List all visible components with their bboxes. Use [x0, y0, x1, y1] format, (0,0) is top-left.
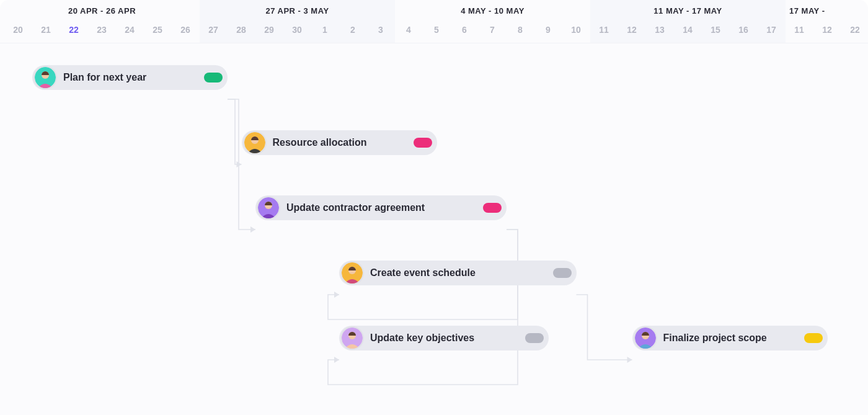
avatar: [258, 197, 279, 218]
svg-marker-3: [334, 357, 339, 363]
task-label: Finalize project scope: [663, 332, 767, 344]
status-pill: [483, 203, 502, 213]
avatar: [244, 132, 265, 153]
week-range-label: 4 MAY - 10 MAY: [395, 6, 590, 16]
days-row: 27282930123: [200, 25, 395, 40]
calendar-day[interactable]: 29: [255, 25, 283, 35]
avatar: [342, 328, 363, 349]
calendar-day[interactable]: 23: [88, 25, 115, 35]
task-update-key-objectives[interactable]: Update key objectives: [339, 326, 549, 350]
task-resource-allocation[interactable]: Resource allocation: [242, 130, 437, 155]
week-group: 17 MAY -11122223: [786, 0, 868, 43]
days-row: 11122223: [786, 25, 868, 40]
calendar-day[interactable]: 25: [144, 25, 171, 35]
calendar-day[interactable]: 11: [590, 25, 618, 35]
gantt-timeline: 20 APR - 26 APR2021222324252627 APR - 3 …: [0, 0, 868, 415]
status-pill: [414, 138, 432, 148]
calendar-day[interactable]: 10: [562, 25, 590, 35]
calendar-day[interactable]: 20: [4, 25, 32, 35]
task-label: Update contractor agreement: [286, 202, 425, 213]
week-range-label: 27 APR - 3 MAY: [200, 6, 395, 16]
calendar-day[interactable]: 12: [618, 25, 645, 35]
task-create-event-schedule[interactable]: Create event schedule: [339, 261, 577, 285]
calendar-day[interactable]: 5: [423, 25, 450, 35]
status-pill: [804, 333, 823, 343]
task-label: Plan for next year: [63, 72, 146, 83]
avatar: [342, 262, 363, 283]
calendar-day[interactable]: 1: [311, 25, 339, 35]
calendar-day[interactable]: 8: [507, 25, 534, 35]
calendar-day[interactable]: 2: [339, 25, 366, 35]
calendar-day[interactable]: 24: [116, 25, 143, 35]
calendar-day[interactable]: 26: [172, 25, 199, 35]
task-label: Resource allocation: [273, 137, 367, 148]
svg-marker-4: [627, 357, 632, 363]
calendar-day[interactable]: 6: [451, 25, 478, 35]
calendar-day[interactable]: 3: [367, 25, 394, 35]
week-group: 4 MAY - 10 MAY45678910: [395, 0, 590, 43]
calendar-day[interactable]: 27: [200, 25, 227, 35]
week-range-label: 20 APR - 26 APR: [4, 6, 200, 16]
calendar-day[interactable]: 16: [730, 25, 757, 35]
days-row: 20212223242526: [4, 25, 200, 40]
week-group: 11 MAY - 17 MAY11121314151617: [590, 0, 786, 43]
svg-marker-0: [237, 161, 242, 167]
status-pill: [553, 268, 572, 278]
calendar-day[interactable]: 22: [841, 25, 868, 35]
calendar-day[interactable]: 9: [534, 25, 562, 35]
svg-marker-1: [250, 226, 255, 233]
calendar-day[interactable]: 4: [395, 25, 422, 35]
status-pill: [525, 333, 544, 343]
week-group: 20 APR - 26 APR20212223242526: [4, 0, 200, 43]
calendar-day[interactable]: 17: [758, 25, 785, 35]
task-label: Update key objectives: [370, 332, 474, 344]
calendar-day[interactable]: 22: [60, 25, 87, 35]
svg-marker-2: [334, 292, 339, 298]
timeline-header: 20 APR - 26 APR2021222324252627 APR - 3 …: [0, 0, 868, 43]
task-plan-next-year[interactable]: Plan for next year: [32, 65, 228, 90]
task-label: Create event schedule: [370, 267, 476, 279]
calendar-day[interactable]: 28: [228, 25, 255, 35]
calendar-day[interactable]: 21: [32, 25, 60, 35]
calendar-day[interactable]: 7: [479, 25, 506, 35]
calendar-day[interactable]: 30: [283, 25, 311, 35]
dependency-lines: [0, 43, 868, 415]
status-pill: [204, 73, 223, 83]
avatar: [35, 67, 56, 88]
days-row: 11121314151617: [590, 25, 786, 40]
task-contractor-agreement[interactable]: Update contractor agreement: [255, 195, 507, 220]
task-finalize-project-scope[interactable]: Finalize project scope: [632, 326, 828, 350]
week-group: 27 APR - 3 MAY27282930123: [200, 0, 395, 43]
days-row: 45678910: [395, 25, 590, 40]
avatar: [635, 328, 656, 349]
calendar-day[interactable]: 11: [786, 25, 813, 35]
calendar-day[interactable]: 15: [702, 25, 729, 35]
calendar-day[interactable]: 14: [674, 25, 701, 35]
calendar-day[interactable]: 12: [813, 25, 841, 35]
calendar-day[interactable]: 13: [646, 25, 673, 35]
gantt-body: Plan for next year Resource allocation U…: [0, 43, 868, 415]
week-range-label: 17 MAY -: [786, 6, 868, 16]
week-range-label: 11 MAY - 17 MAY: [590, 6, 786, 16]
